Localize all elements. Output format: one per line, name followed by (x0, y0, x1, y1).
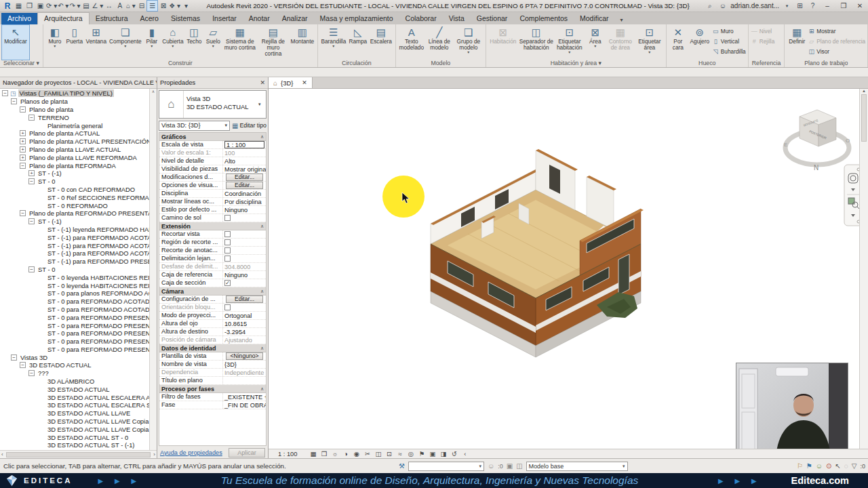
property-value[interactable] (223, 230, 266, 238)
ribbon-tab-analizar[interactable]: Analizar (276, 13, 314, 24)
property-value[interactable] (223, 247, 266, 254)
lock-view-icon[interactable]: ⊡ (384, 450, 393, 458)
ribbon-button-montante[interactable]: ▥Montante (290, 25, 315, 60)
tree-item-label[interactable]: 3D ESTADO ACTUAL (28, 361, 93, 369)
measure-icon[interactable]: ∠ ▾ (92, 1, 104, 11)
ribbon-button-muro[interactable]: ▭Muro (712, 26, 746, 36)
collapse-icon[interactable]: − (20, 362, 26, 368)
tree-item-label[interactable]: Plano de planta LLAVE REFORMADA (28, 154, 138, 161)
tree-item[interactable]: ST - 0 para planos REFORMADO ACOTADO (0, 289, 157, 298)
view-cube[interactable]: POSTERIOR SUPERIOR E O N (782, 107, 852, 174)
ribbon-button-buhardilla[interactable]: ◹Buhardilla (712, 47, 746, 56)
property-edit-button[interactable]: <Ninguno> (226, 352, 263, 360)
ribbon-group-label[interactable]: Referencia (751, 60, 783, 67)
expand-icon[interactable]: + (20, 138, 26, 144)
tree-item[interactable]: −ST - (-1) (0, 218, 157, 226)
displacement-icon[interactable]: ◨ (439, 450, 448, 458)
visual-style-icon[interactable]: ❒ (319, 450, 328, 458)
collapse-icon[interactable]: − (28, 370, 35, 376)
property-value[interactable]: 100 (223, 149, 266, 157)
ribbon-button-mostrar[interactable]: ⊞Mostrar (808, 26, 865, 36)
crop-view-icon[interactable]: ✂ (363, 450, 372, 458)
design-options-icon[interactable]: ⚑ (806, 462, 812, 470)
in-session-icon[interactable]: ◫ (516, 462, 522, 470)
collapse-icon[interactable]: − (28, 218, 35, 224)
property-value[interactable]: Ninguno (223, 206, 266, 214)
tree-item[interactable]: 3D ESTADO ACTUAL ESCALERA A SÓTANO (0, 393, 157, 401)
tree-item[interactable]: ST - 0 para REFORMADO PRESENTACIÓN (0, 313, 157, 321)
expand-icon[interactable]: + (28, 170, 35, 176)
checkbox[interactable] (224, 256, 231, 262)
tree-item[interactable]: 3D ESTADO ACTUAL LLAVE (0, 409, 157, 418)
ribbon-group-label[interactable]: Habitación y área ▾ (488, 60, 664, 67)
tree-item-label[interactable]: Planos de planta (19, 98, 69, 105)
property-value[interactable]: Independiente (223, 369, 266, 376)
property-section-extension[interactable]: Extensión∧ (159, 222, 266, 230)
collapse-icon[interactable]: − (20, 106, 26, 113)
project-browser-header[interactable]: Navegador de proyectos - LOCAL - VIVIEND… (0, 77, 157, 89)
ribbon-button-escalera[interactable]: ▤Escalera (369, 25, 393, 60)
ribbon-tab-archivo[interactable]: Archivo (1, 13, 37, 24)
tree-item-label[interactable]: 3D ESTADO ACTUAL (46, 386, 111, 393)
expand-icon[interactable]: + (20, 130, 26, 136)
close-hidden-icon[interactable]: ⊠ (158, 1, 168, 11)
tree-item[interactable]: ST - (-1) para REFORMADO ACOTADO EXT (0, 241, 157, 249)
property-value[interactable]: Coordinación (223, 190, 266, 197)
tree-item-label[interactable]: ST - 0 para planos REFORMADO ACOTADO (46, 289, 157, 297)
temporary-hide-icon[interactable]: ≈ (395, 450, 404, 458)
collapse-icon[interactable]: − (11, 354, 17, 361)
tree-item-label[interactable]: ??? (37, 369, 50, 377)
property-section-camara[interactable]: Cámara∧ (159, 287, 266, 296)
show-crop-icon[interactable]: ◫ (374, 450, 382, 458)
ribbon-button-area[interactable]: ⊠Área▾ (585, 25, 606, 60)
ribbon-button-etiquetar-habitacion[interactable]: ⊡Etiquetar habitación▾ (555, 25, 585, 60)
tree-item-label[interactable]: 3D ESTADO ACTUAL ST - (-1) (46, 441, 136, 449)
minimize-button[interactable]: – (821, 2, 834, 9)
drag-selection-icon[interactable]: ◌ (844, 462, 848, 470)
tree-item-label[interactable]: TERRENO (37, 114, 71, 121)
tree-item-label[interactable]: ST - 0 con CAD REFORMADO (46, 186, 136, 193)
tree-item[interactable]: ST - 0 para REFORMADO PRESENTACIÓN C (0, 329, 157, 338)
tree-item[interactable]: ST - (-1) para REFORMADO ACOTADO INT (0, 249, 157, 258)
scroll-right-icon[interactable]: › (152, 451, 157, 458)
tree-item[interactable]: ST - 0 Ref SECCIONES REFORMADO (0, 193, 157, 201)
tree-item[interactable]: 3D ESTADO ACTUAL LLAVE Copia 2 (0, 425, 157, 433)
ribbon-tab-gestionar[interactable]: Gestionar (471, 13, 514, 24)
property-edit-button[interactable]: Editar... (226, 174, 263, 181)
gray-inactive-icon[interactable]: ▣ (507, 462, 513, 470)
collapse-icon[interactable]: − (11, 98, 17, 104)
scroll-left-icon[interactable]: ‹ (0, 451, 5, 458)
ribbon-group-label[interactable]: Modelo (398, 60, 484, 67)
tree-item[interactable]: ST - 0 leyenda HABITACIONES REFORMAD (0, 281, 157, 289)
tree-item-label[interactable]: ST - 0 para REFORMADO PRESENTACIÓN C (46, 322, 157, 329)
property-value[interactable]: 10.8615 (223, 320, 266, 327)
property-value[interactable]: 1 : 100 (223, 141, 266, 148)
ribbon-tab-insertar[interactable]: Insertar (206, 13, 243, 24)
thin-lines-icon[interactable]: ☰ (147, 1, 157, 11)
apply-button[interactable]: Aplicar (229, 448, 265, 458)
tree-item-label[interactable]: 3D ESTADO ACTUAL ESCALERA SUP (46, 401, 157, 409)
tree-item[interactable]: ST - 0 para REFORMADO PRESENTACIÓN C (0, 321, 157, 329)
sync-icon[interactable]: ⟳ ▾ (46, 1, 57, 11)
scrollbar-thumb[interactable] (861, 94, 867, 142)
property-value[interactable]: 304.8000 (223, 263, 266, 270)
tree-item[interactable]: ST - 0 para REFORMADO ACOTADO INT (0, 298, 157, 306)
tree-item-label[interactable]: Plano de planta ACTUAL (28, 129, 101, 137)
redo-icon[interactable]: ↷ ▾ (69, 1, 80, 11)
tree-item[interactable]: ST - 0 leyenda HABITACIONES REFORMAD (0, 273, 157, 281)
tree-item-label[interactable]: ST - (-1) leyenda REFORMADO HABITACIO (46, 226, 157, 233)
property-value[interactable]: Mostrar original (223, 165, 266, 173)
tree-item-label[interactable]: ST - (-1) (37, 169, 63, 177)
tree-item-label[interactable]: ST - (-1) para REFORMADO ACOTADO INT (46, 249, 157, 257)
tree-item[interactable]: −ST - 0 (0, 178, 157, 186)
scroll-left-icon[interactable]: ‹ (460, 450, 469, 458)
scrollbar-thumb[interactable] (6, 452, 151, 458)
tree-item-label[interactable]: Plano de planta REFORMADO PRESENTACIÓN (28, 209, 157, 217)
collapse-icon[interactable]: − (28, 266, 35, 272)
property-section-graficos[interactable]: Gráficos∧ (159, 133, 266, 141)
tree-item[interactable]: 3D ESTADO ACTUAL LLAVE Copia 1 (0, 418, 157, 426)
property-edit-button[interactable]: Editar... (226, 296, 263, 303)
ribbon-button-sistema-de-muro-cortina[interactable]: ▦Sistema de muro cortina (223, 25, 257, 60)
tree-item[interactable]: Planimetría general (0, 121, 157, 129)
editable-only-icon[interactable]: ☺ (488, 462, 494, 470)
